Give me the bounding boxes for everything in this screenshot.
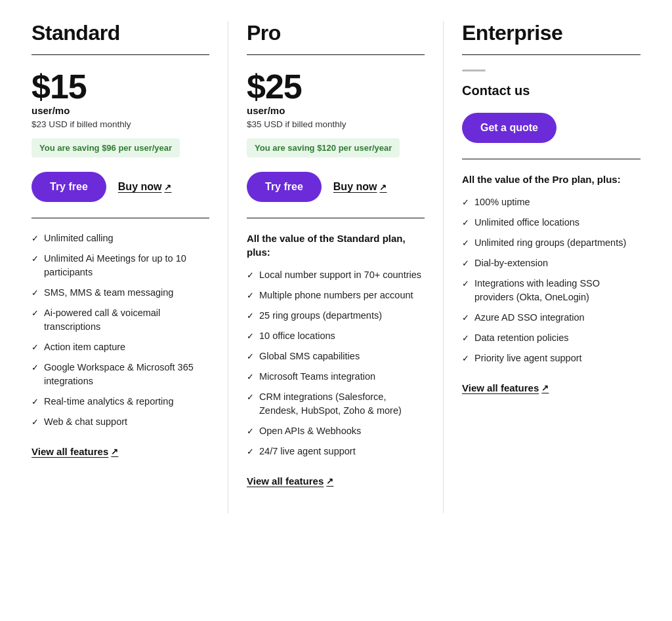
feature-text: Azure AD SSO integration (474, 311, 585, 325)
feature-text: SMS, MMS & team messaging (44, 286, 173, 300)
cta-row-pro: Try freeBuy now ↗ (247, 172, 425, 202)
buy-now-button-standard[interactable]: Buy now ↗ (118, 181, 172, 193)
cta-row-standard: Try freeBuy now ↗ (32, 172, 209, 202)
check-icon: ✓ (32, 287, 39, 300)
plan-price-standard: $15 (32, 70, 209, 104)
feature-item: ✓ Dial-by-extension (462, 256, 640, 270)
feature-item: ✓ Priority live agent support (462, 351, 640, 365)
feature-item: ✓ Azure AD SSO integration (462, 311, 640, 325)
feature-text: CRM integrations (Salesforce, Zendesk, H… (259, 390, 425, 418)
buy-now-arrow-pro: ↗ (379, 182, 387, 192)
feature-item: ✓ SMS, MMS & team messaging (32, 286, 209, 300)
feature-item: ✓ Unlimited office locations (462, 216, 640, 230)
check-icon: ✓ (247, 446, 254, 458)
plan-per-pro: user/mo (247, 105, 425, 116)
check-icon: ✓ (462, 258, 469, 270)
features-divider-pro (247, 218, 425, 218)
feature-item: ✓ 100% uptime (462, 195, 640, 209)
try-free-button-standard[interactable]: Try free (32, 172, 106, 202)
feature-text: Global SMS capabilities (259, 350, 360, 363)
check-icon: ✓ (32, 342, 39, 354)
check-icon: ✓ (247, 331, 254, 343)
feature-item: ✓ Microsoft Teams integration (247, 370, 425, 384)
feature-text: Real-time analytics & reporting (44, 395, 173, 409)
feature-item: ✓ Google Workspace & Microsoft 365 integ… (32, 361, 209, 388)
view-all-text: View all features (32, 446, 108, 457)
check-icon: ✓ (247, 391, 254, 404)
feature-text: 100% uptime (474, 195, 530, 209)
feature-text: Local number support in 70+ countries (259, 268, 421, 282)
contact-us-label: Contact us (462, 83, 640, 98)
feature-text: Unlimited ring groups (departments) (474, 236, 626, 250)
view-all-text: View all features (462, 382, 539, 393)
check-icon: ✓ (462, 353, 469, 365)
view-all-arrow: ↗ (111, 447, 118, 456)
check-icon: ✓ (32, 362, 39, 374)
check-icon: ✓ (247, 290, 254, 302)
view-all-text: View all features (247, 475, 324, 487)
features-intro-enterprise: All the value of the Pro plan, plus: (462, 172, 640, 186)
feature-item: ✓ Global SMS capabilities (247, 350, 425, 363)
feature-item: ✓ 10 office locations (247, 329, 425, 343)
feature-text: 25 ring groups (departments) (259, 309, 382, 323)
check-icon: ✓ (32, 308, 39, 320)
savings-badge-pro: You are saving $120 per user/year (247, 138, 400, 157)
feature-text: Open APIs & Webhooks (259, 424, 361, 438)
check-icon: ✓ (462, 197, 469, 209)
feature-item: ✓ Real-time analytics & reporting (32, 395, 209, 409)
pricing-grid: Standard$15user/mo$23 USD if billed mont… (0, 0, 672, 540)
view-all-link-enterprise[interactable]: View all features ↗ (462, 382, 549, 393)
feature-list-pro: ✓ Local number support in 70+ countries … (247, 268, 425, 458)
try-free-button-pro[interactable]: Try free (247, 172, 322, 202)
view-all-arrow: ↗ (326, 476, 333, 486)
feature-item: ✓ Integrations with leading SSO provider… (462, 277, 640, 304)
plan-per-standard: user/mo (32, 105, 209, 116)
plan-divider-enterprise (462, 54, 640, 55)
features-intro-pro: All the value of the Standard plan, plus… (247, 231, 425, 259)
feature-text: Microsoft Teams integration (259, 370, 375, 384)
feature-item: ✓ 25 ring groups (departments) (247, 309, 425, 323)
plan-name-enterprise: Enterprise (462, 21, 640, 45)
check-icon: ✓ (462, 332, 469, 345)
check-icon: ✓ (462, 312, 469, 325)
feature-item: ✓ Action item capture (32, 340, 209, 354)
feature-text: Integrations with leading SSO providers … (474, 277, 640, 304)
view-all-arrow: ↗ (541, 383, 549, 393)
feature-text: Unlimited calling (44, 231, 114, 245)
feature-item: ✓ Open APIs & Webhooks (247, 424, 425, 438)
check-icon: ✓ (32, 233, 39, 245)
try-free-button-enterprise[interactable]: Get a quote (462, 113, 556, 143)
feature-item: ✓ CRM integrations (Salesforce, Zendesk,… (247, 390, 425, 418)
feature-item: ✓ Data retention policies (462, 331, 640, 345)
feature-text: Dial-by-extension (474, 256, 548, 270)
feature-text: 10 office locations (259, 329, 335, 343)
plan-col-pro: Pro$25user/mo$35 USD if billed monthlyYo… (228, 21, 444, 513)
feature-list-enterprise: ✓ 100% uptime ✓ Unlimited office locatio… (462, 195, 640, 365)
buy-now-arrow-standard: ↗ (164, 182, 171, 192)
feature-text: 24/7 live agent support (259, 445, 356, 458)
feature-text: Action item capture (44, 340, 125, 354)
check-icon: ✓ (462, 217, 469, 230)
features-divider-standard (32, 218, 209, 218)
features-divider-enterprise (462, 159, 640, 159)
view-all-link-pro[interactable]: View all features ↗ (247, 475, 333, 487)
buy-now-button-pro[interactable]: Buy now ↗ (333, 181, 387, 193)
feature-item: ✓ Unlimited Ai Meetings for up to 10 par… (32, 252, 209, 279)
check-icon: ✓ (32, 253, 39, 266)
feature-text: Google Workspace & Microsoft 365 integra… (44, 361, 209, 388)
plan-name-pro: Pro (247, 21, 425, 45)
plan-monthly-standard: $23 USD if billed monthly (32, 119, 209, 129)
plan-col-standard: Standard$15user/mo$23 USD if billed mont… (13, 21, 228, 513)
plan-divider-pro (247, 54, 425, 55)
check-icon: ✓ (462, 237, 469, 250)
check-icon: ✓ (32, 396, 39, 409)
check-icon: ✓ (247, 270, 254, 282)
view-all-link-standard[interactable]: View all features ↗ (32, 446, 118, 457)
cta-row-enterprise: Get a quote (462, 113, 640, 143)
feature-item: ✓ Unlimited calling (32, 231, 209, 245)
check-icon: ✓ (462, 278, 469, 290)
feature-item: ✓ Local number support in 70+ countries (247, 268, 425, 282)
savings-badge-standard: You are saving $96 per user/year (32, 138, 180, 157)
check-icon: ✓ (247, 426, 254, 438)
feature-text: Data retention policies (474, 331, 568, 345)
